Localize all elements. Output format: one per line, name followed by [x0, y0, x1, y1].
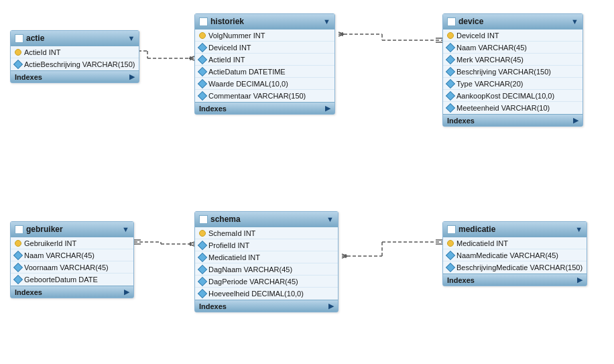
- field-text: ProfielId INT: [208, 241, 249, 249]
- field-icon: [13, 275, 23, 284]
- field-icon: [13, 60, 23, 69]
- field-text: DagNaam VARCHAR(45): [208, 265, 292, 274]
- table-schema-footer[interactable]: Indexes ▶: [195, 300, 338, 312]
- svg-line-21: [189, 242, 194, 244]
- field-icon: [446, 103, 455, 113]
- table-device-footer[interactable]: Indexes ▶: [443, 114, 582, 126]
- table-medicatie-fields: MedicatieId INT NaamMedicatie VARCHAR(45…: [443, 237, 587, 274]
- field-icon: [13, 262, 23, 271]
- medicatie-header-arrow: ▼: [575, 225, 582, 233]
- field-row: Naam VARCHAR(45): [11, 249, 133, 261]
- indexes-label: Indexes: [199, 105, 227, 113]
- field-text: GebruikerId INT: [24, 239, 76, 247]
- field-row: GebruikerId INT: [11, 237, 133, 249]
- table-actie[interactable]: actie ▼ ActieId INT ActieBeschrijving VA…: [10, 30, 139, 83]
- field-row: Beschrijving VARCHAR(150): [443, 66, 582, 78]
- field-icon: [446, 54, 455, 64]
- table-schema-name: schema: [210, 215, 241, 224]
- table-medicatie-footer[interactable]: Indexes ▶: [443, 274, 587, 286]
- field-row: GeboorteDatum DATE: [11, 274, 133, 286]
- table-device-header: device ▼: [443, 14, 582, 29]
- field-row: Commentaar VARCHAR(150): [195, 90, 334, 102]
- field-row: Voornaam VARCHAR(45): [11, 261, 133, 274]
- field-icon: [198, 91, 207, 101]
- historiek-header-arrow: ▼: [323, 17, 330, 25]
- field-text: ActieDatum DATETIME: [208, 68, 286, 76]
- table-device-fields: DeviceId INT Naam VARCHAR(45) Merk VARCH…: [443, 29, 582, 114]
- field-text: Naam VARCHAR(45): [456, 44, 527, 52]
- table-medicatie[interactable]: medicatie ▼ MedicatieId INT NaamMedicati…: [442, 221, 587, 286]
- pk-icon: [15, 240, 21, 247]
- table-historiek-footer[interactable]: Indexes ▶: [195, 102, 334, 114]
- field-text: ActieId INT: [24, 48, 60, 56]
- field-icon: [198, 66, 207, 76]
- table-historiek-fields: VolgNummer INT DeviceId INT ActieId INT …: [195, 29, 334, 102]
- footer-arrow: ▶: [573, 116, 578, 125]
- field-icon: [446, 90, 455, 100]
- indexes-label: Indexes: [15, 73, 42, 81]
- svg-line-6: [189, 58, 194, 60]
- field-row: NaamMedicatie VARCHAR(45): [443, 249, 587, 261]
- table-medicatie-icon: [447, 225, 456, 234]
- field-row: ActieId INT: [195, 54, 334, 66]
- field-text: GeboorteDatum DATE: [24, 276, 98, 284]
- field-icon: [198, 276, 207, 286]
- table-gebruiker-name: gebruiker: [26, 225, 63, 234]
- table-schema[interactable]: schema ▼ SchemaId INT ProfielId INT Medi…: [194, 211, 339, 312]
- field-icon: [198, 78, 207, 88]
- svg-line-30: [342, 256, 347, 258]
- field-text: Merk VARCHAR(45): [456, 56, 524, 64]
- field-text: ActieBeschrijving VARCHAR(150): [24, 60, 135, 68]
- table-actie-icon: [15, 34, 23, 43]
- table-gebruiker-footer[interactable]: Indexes ▶: [11, 286, 133, 298]
- field-text: MedicatieId INT: [456, 239, 508, 247]
- gebruiker-header-arrow: ▼: [122, 225, 129, 233]
- field-row: Meeteenheid VARCHAR(10): [443, 102, 582, 114]
- table-schema-header: schema ▼: [195, 212, 338, 227]
- field-row: DeviceId INT: [195, 42, 334, 54]
- table-historiek-icon: [199, 17, 208, 26]
- indexes-label: Indexes: [199, 302, 227, 310]
- table-schema-icon: [199, 215, 208, 224]
- footer-arrow: ▶: [129, 72, 135, 81]
- table-actie-footer[interactable]: Indexes ▶: [11, 70, 139, 82]
- table-device[interactable]: device ▼ DeviceId INT Naam VARCHAR(45) M…: [442, 13, 583, 127]
- device-header-arrow: ▼: [571, 17, 578, 25]
- field-row: VolgNummer INT: [195, 29, 334, 42]
- field-text: Meeteenheid VARCHAR(10): [456, 104, 550, 112]
- table-historiek[interactable]: historiek ▼ VolgNummer INT DeviceId INT …: [194, 13, 335, 115]
- table-historiek-name: historiek: [210, 17, 244, 26]
- pk-icon: [199, 230, 206, 237]
- pk-icon: [199, 32, 206, 39]
- field-text: Beschrijving VARCHAR(150): [456, 68, 551, 76]
- fk-icon: [198, 252, 207, 261]
- diagram-canvas: actie ▼ ActieId INT ActieBeschrijving VA…: [0, 0, 614, 364]
- field-text: AankoopKost DECIMAL(10,0): [456, 92, 554, 100]
- svg-line-14: [339, 34, 344, 36]
- table-actie-name: actie: [26, 34, 44, 43]
- field-row: DagNaam VARCHAR(45): [195, 263, 338, 276]
- indexes-label: Indexes: [447, 276, 475, 284]
- field-text: Naam VARCHAR(45): [24, 251, 95, 259]
- table-device-name: device: [458, 17, 483, 26]
- svg-line-29: [342, 254, 347, 256]
- field-icon: [198, 289, 207, 298]
- footer-arrow: ▶: [124, 288, 129, 296]
- field-row: Merk VARCHAR(45): [443, 54, 582, 66]
- footer-arrow: ▶: [325, 104, 330, 113]
- field-icon: [446, 66, 455, 76]
- field-text: NaamMedicatie VARCHAR(45): [456, 251, 558, 259]
- field-icon: [446, 263, 455, 272]
- fk-icon: [198, 54, 207, 64]
- field-icon: [446, 250, 455, 259]
- table-historiek-header: historiek ▼: [195, 14, 334, 29]
- field-row: SchemaId INT: [195, 227, 338, 239]
- field-text: SchemaId INT: [208, 229, 255, 237]
- table-gebruiker[interactable]: gebruiker ▼ GebruikerId INT Naam VARCHAR…: [10, 221, 134, 298]
- field-icon: [446, 78, 455, 88]
- field-text: VolgNummer INT: [208, 32, 265, 40]
- footer-arrow: ▶: [577, 276, 582, 284]
- field-text: MedicatieId INT: [208, 253, 260, 261]
- svg-line-13: [339, 32, 344, 34]
- field-text: Commentaar VARCHAR(150): [208, 92, 306, 100]
